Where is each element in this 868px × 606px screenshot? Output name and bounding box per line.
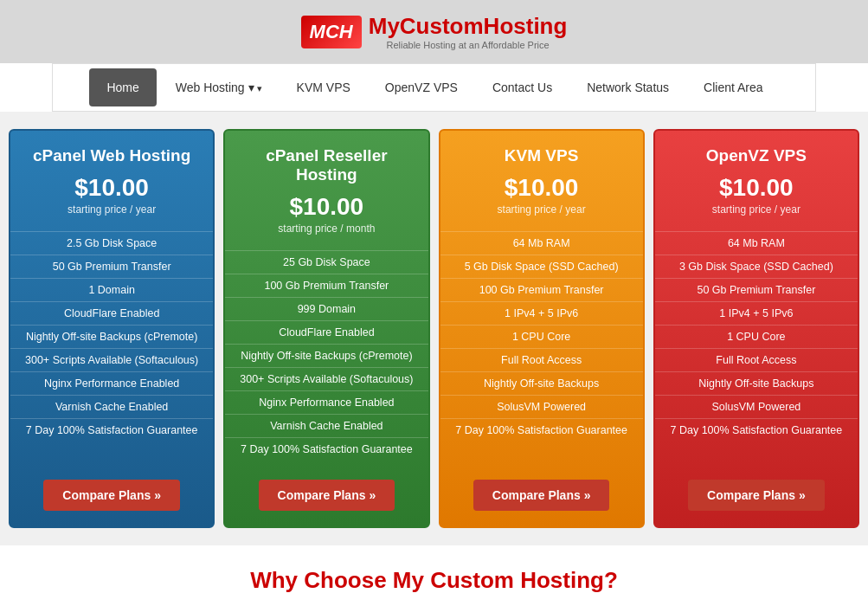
nav-item-web-hosting[interactable]: Web Hosting ▾ xyxy=(158,68,280,106)
logo: MCH MyCustomHosting Reliable Hosting at … xyxy=(301,13,568,50)
feature-item-cpanel-reseller-7: Varnish Cache Enabled xyxy=(225,414,428,437)
plan-features-cpanel-web: 2.5 Gb Disk Space50 Gb Premium Transfer1… xyxy=(10,224,213,448)
feature-item-cpanel-web-6: Nginx Performance Enabled xyxy=(10,371,213,395)
nav-item-network-status[interactable]: Network Status xyxy=(569,68,686,106)
compare-button-openvz-vps[interactable]: Compare Plans » xyxy=(688,480,825,511)
plan-title-cpanel-reseller: cPanel Reseller Hosting xyxy=(234,146,419,184)
feature-item-cpanel-web-5: 300+ Scripts Available (Softaculous) xyxy=(10,348,213,371)
feature-item-cpanel-reseller-0: 25 Gb Disk Space xyxy=(225,250,428,274)
feature-item-kvm-vps-8: 7 Day 100% Satisfaction Guarantee xyxy=(440,418,643,442)
nav-item-kvm-vps[interactable]: KVM VPS xyxy=(280,68,368,106)
plan-period-kvm-vps: starting price / year xyxy=(449,203,634,216)
feature-item-cpanel-web-7: Varnish Cache Enabled xyxy=(10,395,213,418)
compare-button-cpanel-reseller[interactable]: Compare Plans » xyxy=(259,480,395,511)
feature-item-cpanel-web-3: CloudFlare Enabled xyxy=(10,301,213,325)
logo-brand: MyCustomHosting xyxy=(369,13,568,40)
feature-item-cpanel-reseller-1: 100 Gb Premium Transfer xyxy=(225,274,428,297)
nav-item-home[interactable]: Home xyxy=(89,68,156,106)
plan-card-cpanel-web: cPanel Web Hosting $10.00 starting price… xyxy=(9,129,215,528)
feature-item-openvz-vps-2: 50 Gb Premium Transfer xyxy=(655,278,858,301)
plan-footer-openvz-vps: Compare Plans » xyxy=(655,467,858,526)
feature-item-cpanel-reseller-6: Nginx Performance Enabled xyxy=(225,390,428,414)
plans-grid: cPanel Web Hosting $10.00 starting price… xyxy=(9,129,859,528)
compare-button-cpanel-web[interactable]: Compare Plans » xyxy=(43,480,180,511)
logo-text: MyCustomHosting Reliable Hosting at an A… xyxy=(369,13,568,50)
plan-card-openvz-vps: OpenVZ VPS $10.00 starting price / year … xyxy=(653,129,859,528)
feature-item-openvz-vps-8: 7 Day 100% Satisfaction Guarantee xyxy=(655,418,858,442)
plan-header-kvm-vps: KVM VPS $10.00 starting price / year xyxy=(440,131,643,224)
nav-item-openvz-vps[interactable]: OpenVZ VPS xyxy=(368,68,475,106)
plan-title-kvm-vps: KVM VPS xyxy=(449,146,634,165)
feature-item-openvz-vps-5: Full Root Access xyxy=(655,348,858,371)
feature-item-kvm-vps-7: SolusVM Powered xyxy=(440,395,643,418)
feature-item-openvz-vps-3: 1 IPv4 + 5 IPv6 xyxy=(655,301,858,325)
feature-item-openvz-vps-7: SolusVM Powered xyxy=(655,395,858,418)
plan-period-cpanel-web: starting price / year xyxy=(19,203,204,216)
main-content: cPanel Web Hosting $10.00 starting price… xyxy=(0,112,868,545)
plan-footer-kvm-vps: Compare Plans » xyxy=(440,467,643,526)
feature-item-openvz-vps-1: 3 Gb Disk Space (SSD Cached) xyxy=(655,255,858,278)
feature-item-kvm-vps-6: Nightly Off-site Backups xyxy=(440,371,643,395)
feature-item-openvz-vps-6: Nightly Off-site Backups xyxy=(655,371,858,395)
nav-bar: Home Web Hosting ▾ KVM VPS OpenVZ VPS Co… xyxy=(53,64,815,111)
why-title: Why Choose My Custom Hosting? xyxy=(22,567,846,594)
plan-period-openvz-vps: starting price / year xyxy=(664,203,849,216)
feature-item-cpanel-web-8: 7 Day 100% Satisfaction Guarantee xyxy=(10,418,213,442)
plan-features-openvz-vps: 64 Mb RAM3 Gb Disk Space (SSD Cached)50 … xyxy=(655,224,858,448)
plan-header-openvz-vps: OpenVZ VPS $10.00 starting price / year xyxy=(655,131,858,224)
feature-item-kvm-vps-1: 5 Gb Disk Space (SSD Cached) xyxy=(440,255,643,278)
plan-price-cpanel-reseller: $10.00 xyxy=(234,193,419,221)
logo-my: My xyxy=(369,13,400,39)
feature-item-cpanel-web-4: Nightly Off-site Backups (cPremote) xyxy=(10,325,213,348)
logo-tagline: Reliable Hosting at an Affordable Price xyxy=(369,40,568,50)
plan-title-cpanel-web: cPanel Web Hosting xyxy=(19,146,204,165)
nav-wrapper: Home Web Hosting ▾ KVM VPS OpenVZ VPS Co… xyxy=(0,63,868,112)
feature-item-openvz-vps-0: 64 Mb RAM xyxy=(655,231,858,255)
feature-item-cpanel-reseller-4: Nightly Off-site Backups (cPremote) xyxy=(225,344,428,367)
feature-item-kvm-vps-4: 1 CPU Core xyxy=(440,325,643,348)
feature-item-openvz-vps-4: 1 CPU Core xyxy=(655,325,858,348)
feature-item-kvm-vps-3: 1 IPv4 + 5 IPv6 xyxy=(440,301,643,325)
plan-price-cpanel-web: $10.00 xyxy=(19,174,204,202)
feature-item-kvm-vps-0: 64 Mb RAM xyxy=(440,231,643,255)
navigation: Home Web Hosting ▾ KVM VPS OpenVZ VPS Co… xyxy=(52,63,816,112)
feature-item-cpanel-reseller-2: 999 Domain xyxy=(225,297,428,320)
plan-price-kvm-vps: $10.00 xyxy=(449,174,634,202)
feature-item-cpanel-web-2: 1 Domain xyxy=(10,278,213,301)
plan-features-kvm-vps: 64 Mb RAM5 Gb Disk Space (SSD Cached)100… xyxy=(440,224,643,448)
plan-header-cpanel-reseller: cPanel Reseller Hosting $10.00 starting … xyxy=(225,131,428,243)
plan-card-kvm-vps: KVM VPS $10.00 starting price / year 64 … xyxy=(439,129,645,528)
site-header: MCH MyCustomHosting Reliable Hosting at … xyxy=(0,0,868,63)
plan-card-cpanel-reseller: cPanel Reseller Hosting $10.00 starting … xyxy=(223,129,429,528)
plan-price-openvz-vps: $10.00 xyxy=(664,174,849,202)
feature-item-cpanel-reseller-5: 300+ Scripts Available (Softaculous) xyxy=(225,367,428,390)
plan-footer-cpanel-reseller: Compare Plans » xyxy=(225,467,428,526)
feature-item-cpanel-reseller-3: CloudFlare Enabled xyxy=(225,320,428,344)
feature-item-cpanel-web-0: 2.5 Gb Disk Space xyxy=(10,231,213,255)
logo-icon: MCH xyxy=(301,16,362,48)
logo-custom-hosting: CustomHosting xyxy=(400,13,568,39)
plan-header-cpanel-web: cPanel Web Hosting $10.00 starting price… xyxy=(10,131,213,224)
nav-item-contact-us[interactable]: Contact Us xyxy=(475,68,569,106)
feature-item-cpanel-reseller-8: 7 Day 100% Satisfaction Guarantee xyxy=(225,437,428,461)
plan-footer-cpanel-web: Compare Plans » xyxy=(10,467,213,526)
feature-item-kvm-vps-5: Full Root Access xyxy=(440,348,643,371)
plan-period-cpanel-reseller: starting price / month xyxy=(234,222,419,235)
plan-title-openvz-vps: OpenVZ VPS xyxy=(664,146,849,165)
compare-button-kvm-vps[interactable]: Compare Plans » xyxy=(473,480,610,511)
feature-item-kvm-vps-2: 100 Gb Premium Transfer xyxy=(440,278,643,301)
nav-item-client-area[interactable]: Client Area xyxy=(686,68,780,106)
why-section: Why Choose My Custom Hosting? xyxy=(0,545,868,606)
feature-item-cpanel-web-1: 50 Gb Premium Transfer xyxy=(10,255,213,278)
plan-features-cpanel-reseller: 25 Gb Disk Space100 Gb Premium Transfer9… xyxy=(225,243,428,467)
